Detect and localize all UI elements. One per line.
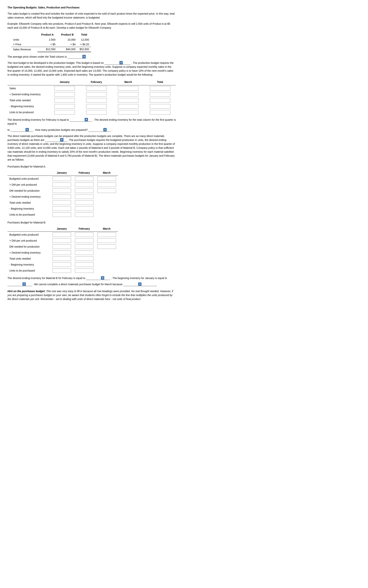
mat-b-ending-arrow[interactable]: ▼: [101, 276, 104, 280]
mat-a-total-jan[interactable]: [52, 200, 71, 205]
mat-b-budgeted-feb[interactable]: [75, 232, 94, 237]
dm-count-dropdown[interactable]: ▼: [45, 138, 68, 142]
mat-b-budgeted-jan[interactable]: [52, 232, 71, 237]
mat-a-label: Purchases Budget for Material A:: [8, 165, 176, 169]
prod-desired-mar-input[interactable]: [118, 92, 138, 97]
mat-a-begin-feb[interactable]: [75, 206, 94, 211]
mat-b-budgeted-mar[interactable]: [97, 232, 116, 237]
row-price-b: × $4: [57, 42, 77, 47]
prod-budget-paragraph: The next budget to be developed is the p…: [8, 61, 176, 77]
hint-paragraph: Hint on the purchases budget: This one w…: [8, 289, 176, 301]
mat-a-dm-feb[interactable]: [75, 182, 94, 187]
mat-b-dm-feb[interactable]: [75, 238, 94, 243]
avg-price-dropdown-arrow[interactable]: ▼: [82, 55, 86, 58]
mat-a-dm-needed-jan[interactable]: [52, 189, 71, 193]
prod-budgets-count-dropdown[interactable]: ▼: [88, 128, 111, 132]
prod-units-jan-input[interactable]: [54, 110, 75, 115]
prod-begin-total-input[interactable]: [150, 104, 170, 109]
mat-b-dm-needed-feb[interactable]: [75, 244, 94, 249]
prod-row-beginning-inv: - Beginning inventory: [8, 103, 176, 109]
prod-total-jan-input[interactable]: [54, 98, 75, 103]
mat-b-total-feb[interactable]: [75, 256, 94, 261]
prod-desired-total-input[interactable]: [150, 92, 170, 97]
prod-desired-jan-input[interactable]: [54, 92, 75, 97]
mat-a-budgeted-mar[interactable]: [97, 176, 116, 181]
col-header-product-b: Product B: [57, 32, 77, 37]
prod-units-feb-input[interactable]: [86, 110, 107, 115]
prod-budget-dropdown[interactable]: ▼: [104, 61, 131, 65]
mat-b-begin-jan[interactable]: [52, 262, 71, 267]
mat-a-dm-mar[interactable]: [97, 182, 116, 187]
mat-a-purchased-jan[interactable]: [52, 212, 71, 217]
row-units-a: 2,500: [37, 37, 57, 42]
mat-b-dm-per-unit-label: × DM per unit produced: [8, 238, 51, 244]
dm-count-arrow[interactable]: ▼: [60, 138, 64, 142]
prod-units-mar-input[interactable]: [118, 110, 138, 115]
prod-begin-jan-input[interactable]: [54, 104, 75, 109]
row-revenue-total: $52,500: [77, 47, 91, 52]
hint-label: Hint on the purchases budget:: [8, 290, 45, 293]
desired-ending-total-dropdown[interactable]: ▼: [10, 128, 33, 132]
row-revenue-a: $12,500: [37, 47, 57, 52]
mat-a-begin-jan[interactable]: [52, 206, 71, 211]
prod-sales-jan-input[interactable]: [54, 86, 75, 90]
prod-total-total-input[interactable]: [150, 98, 170, 103]
mat-a-desired-ending-label: + Desired ending inventory: [8, 194, 51, 200]
mat-b-total-jan[interactable]: [52, 256, 71, 261]
avg-price-paragraph: The average price shown under the Total …: [8, 55, 176, 59]
prod-row-total-units-label: Total units needed: [8, 97, 49, 103]
prod-total-mar-input[interactable]: [118, 98, 138, 103]
mat-a-dm-needed-feb[interactable]: [75, 189, 94, 193]
mat-b-begin-feb[interactable]: [75, 262, 94, 267]
mat-a-dm-needed-mar[interactable]: [97, 189, 116, 193]
prod-budget-dropdown-arrow[interactable]: ▼: [120, 61, 123, 64]
mat-b-dm-needed-jan[interactable]: [52, 244, 71, 249]
mat-b-ending-paragraph: The desired ending inventory for Materia…: [8, 276, 176, 280]
mat-a-col-label: [8, 170, 51, 176]
mat-a-budgeted-jan[interactable]: [52, 176, 71, 181]
prod-budgets-count-arrow[interactable]: ▼: [103, 128, 107, 131]
mat-b-dm-needed-label: DM needed for production: [8, 244, 51, 250]
mat-b-beginning-arrow[interactable]: ▼: [22, 282, 26, 286]
mat-a-desired-jan[interactable]: [52, 194, 71, 199]
mat-b-march-reason-arrow[interactable]: ▼: [138, 282, 141, 286]
mat-b-col-label: [8, 226, 51, 232]
mat-b-desired-feb[interactable]: [75, 250, 94, 255]
prod-total-feb-input[interactable]: [86, 98, 107, 103]
avg-price-dropdown[interactable]: ▼: [67, 55, 86, 59]
prod-begin-mar-input[interactable]: [118, 104, 138, 109]
prod-sales-feb-input[interactable]: [86, 86, 107, 90]
mat-b-row-desired-ending: + Desired ending inventory: [8, 250, 118, 256]
prod-desired-feb-input[interactable]: [86, 92, 107, 97]
mat-b-units-purchased-label: Units to be purchased: [8, 268, 51, 274]
mat-a-budgeted-feb[interactable]: [75, 176, 94, 181]
mat-a-purchased-feb[interactable]: [75, 212, 94, 217]
prod-sales-mar-input[interactable]: [118, 86, 138, 90]
desired-ending-total-arrow[interactable]: ▼: [26, 128, 29, 131]
row-price-label: × Price: [11, 42, 37, 47]
mat-a-total-feb[interactable]: [75, 200, 94, 205]
mat-b-col-february: February: [73, 226, 95, 232]
mat-b-purchased-feb[interactable]: [75, 268, 94, 273]
mat-b-beginning-dropdown[interactable]: ▼: [8, 282, 32, 286]
prod-units-total-input[interactable]: [150, 110, 170, 115]
prod-sales-total-input[interactable]: [150, 86, 170, 90]
mat-b-dm-mar[interactable]: [97, 238, 116, 243]
row-revenue-label: Sales Revenue: [11, 47, 37, 52]
desired-ending-feb-arrow[interactable]: ▼: [85, 118, 88, 121]
mat-a-budgeted-units-label: Budgeted units produced: [8, 176, 51, 182]
prod-begin-feb-input[interactable]: [86, 104, 107, 109]
desired-ending-feb-dropdown[interactable]: ▼: [70, 118, 92, 122]
mat-b-dm-jan[interactable]: [52, 238, 71, 243]
mat-b-dm-needed-mar[interactable]: [97, 244, 116, 249]
mat-b-desired-jan[interactable]: [52, 250, 71, 255]
mat-a-dm-jan[interactable]: [52, 182, 71, 187]
mat-b-march-reason-dropdown[interactable]: ▼: [123, 282, 157, 286]
mat-a-row-units-purchased: Units to be purchased: [8, 212, 118, 218]
mat-b-purchased-jan[interactable]: [52, 268, 71, 273]
mat-b-row-dm-per-unit: × DM per unit produced: [8, 238, 118, 244]
mat-a-col-january: January: [51, 170, 73, 176]
mat-b-beginning-paragraph: ▼ . We cannot complete a direct material…: [8, 282, 176, 286]
mat-a-desired-feb[interactable]: [75, 194, 94, 199]
mat-b-ending-dropdown[interactable]: ▼: [86, 276, 110, 280]
